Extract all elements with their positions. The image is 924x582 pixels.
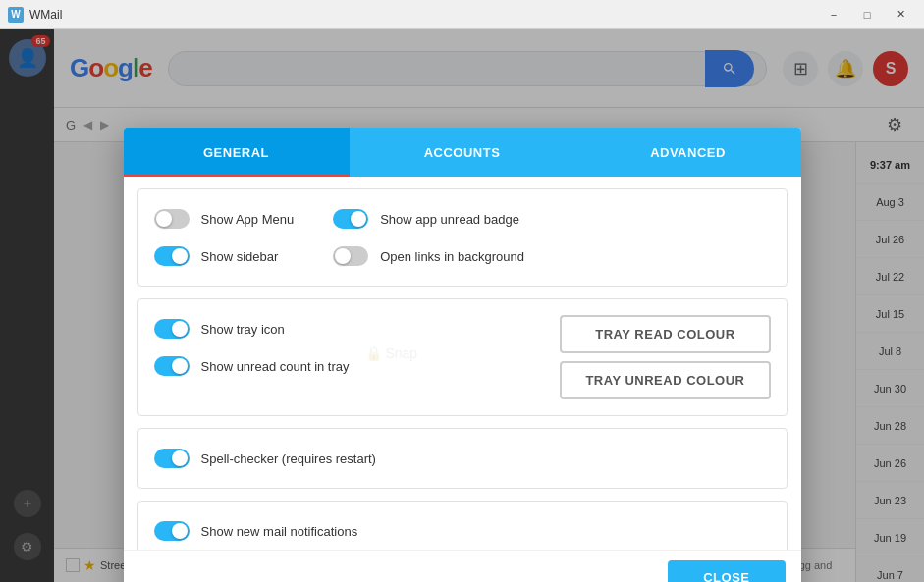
tray-toggle-col: Show tray icon Show unread count in tray <box>154 315 350 380</box>
tray-settings-section: Show tray icon Show unread count in tray… <box>137 298 788 416</box>
app-icon: W <box>8 7 24 23</box>
toggle-row-tray-icon: Show tray icon <box>154 315 350 343</box>
spellchecker-toggle[interactable] <box>154 449 190 468</box>
show-tray-icon-toggle[interactable] <box>154 319 190 339</box>
toggle-row-app-menu: Show App Menu <box>154 205 295 233</box>
spellchecker-section: Spell-checker (requires restart) <box>137 428 788 489</box>
show-unread-count-label: Show unread count in tray <box>201 359 350 374</box>
show-tray-icon-label: Show tray icon <box>201 322 285 337</box>
mail-notifications-toggle[interactable] <box>154 521 190 541</box>
tray-read-colour-button[interactable]: TRAY READ COLOUR <box>560 315 770 353</box>
spellchecker-label: Spell-checker (requires restart) <box>201 451 376 466</box>
modal-close-button[interactable]: CLOSE <box>668 560 785 582</box>
mail-notifications-label: Show new mail notifications <box>201 524 358 539</box>
toggle-row-unread-count: Show unread count in tray <box>154 352 350 380</box>
notifications-section: Show new mail notifications <box>137 501 788 550</box>
toggle-row-open-links: Open links in background <box>333 242 524 270</box>
toggle-row-spellcheck: Spell-checker (requires restart) <box>154 445 771 472</box>
tab-advanced[interactable]: ADVANCED <box>575 128 801 177</box>
colour-buttons-group: TRAY READ COLOUR TRAY UNREAD COLOUR <box>560 315 770 399</box>
minimize-button[interactable]: − <box>818 5 849 25</box>
window-controls: − □ ✕ <box>818 5 916 25</box>
maximize-button[interactable]: □ <box>851 5 883 25</box>
open-links-label: Open links in background <box>380 249 524 264</box>
modal-footer: CLOSE <box>124 550 801 582</box>
toggle-pair-1: Show App Menu Show sidebar Show app unre… <box>154 205 771 270</box>
toggle-col-left: Show App Menu Show sidebar <box>154 205 295 270</box>
modal-overlay: GENERAL ACCOUNTS ADVANCED Show App Menu <box>0 29 924 582</box>
show-unread-badge-label: Show app unread badge <box>380 212 519 227</box>
toggle-row-mail-notif: Show new mail notifications <box>154 517 771 545</box>
modal-body: Show App Menu Show sidebar Show app unre… <box>124 177 801 550</box>
window-close-button[interactable]: ✕ <box>885 5 916 25</box>
tab-general[interactable]: GENERAL <box>124 128 350 177</box>
show-unread-count-toggle[interactable] <box>154 356 190 376</box>
settings-modal: GENERAL ACCOUNTS ADVANCED Show App Menu <box>124 128 801 582</box>
show-sidebar-toggle[interactable] <box>154 246 190 266</box>
display-settings-section: Show App Menu Show sidebar Show app unre… <box>137 188 788 287</box>
tab-accounts[interactable]: ACCOUNTS <box>350 128 575 177</box>
show-sidebar-label: Show sidebar <box>201 249 279 264</box>
toggle-row-unread-badge: Show app unread badge <box>333 205 524 233</box>
show-unread-badge-toggle[interactable] <box>333 209 368 229</box>
tray-unread-colour-button[interactable]: TRAY UNREAD COLOUR <box>560 361 770 399</box>
modal-tab-bar: GENERAL ACCOUNTS ADVANCED <box>124 128 801 177</box>
open-links-toggle[interactable] <box>333 246 368 266</box>
title-bar: W WMail − □ ✕ <box>0 0 924 29</box>
show-app-menu-label: Show App Menu <box>201 212 295 227</box>
app-title: WMail <box>29 8 62 22</box>
show-app-menu-toggle[interactable] <box>154 209 190 229</box>
toggle-row-sidebar: Show sidebar <box>154 242 295 270</box>
toggle-col-right: Show app unread badge Open links in back… <box>333 205 524 270</box>
